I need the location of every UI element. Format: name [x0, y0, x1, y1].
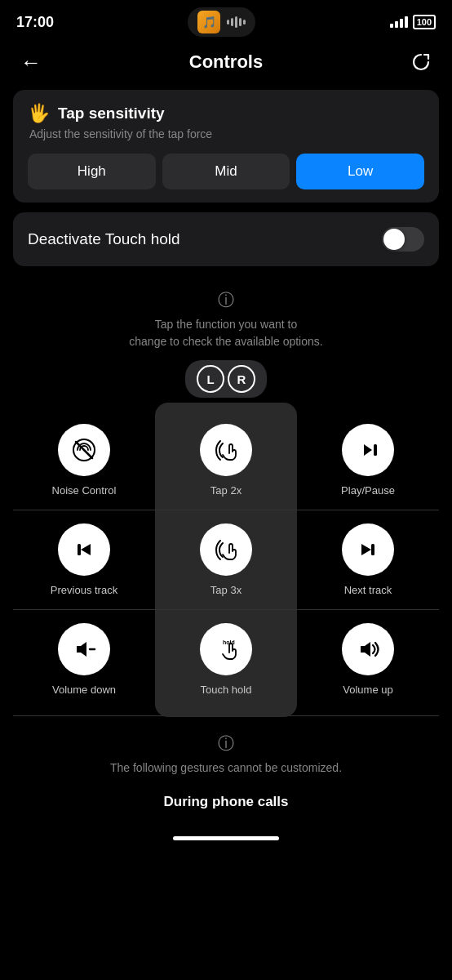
deactivate-touch-hold-toggle[interactable]	[382, 227, 424, 252]
right-ear-selector[interactable]: R	[228, 365, 255, 393]
info-icon: ⓘ	[24, 289, 428, 311]
refresh-button[interactable]	[406, 47, 436, 77]
back-button[interactable]: ←	[16, 47, 46, 77]
prev-track-icon	[58, 523, 110, 576]
header: ← Controls	[0, 39, 452, 90]
svg-marker-9	[77, 642, 86, 657]
info-section: ⓘ Tap the function you want tochange to …	[0, 276, 452, 360]
tap-sensitivity-title: Tap sensitivity	[58, 105, 165, 122]
svg-text:hold: hold	[223, 639, 235, 645]
touchhold-cell[interactable]: hold Touch hold	[155, 610, 297, 709]
deactivate-touch-hold-label: Deactivate Touch hold	[28, 230, 180, 248]
noise-control-cell[interactable]: Noise Control	[13, 411, 155, 510]
vol-up-cell[interactable]: Volume up	[297, 610, 439, 709]
battery: 100	[413, 15, 436, 29]
svg-marker-6	[81, 544, 91, 555]
noise-control-icon	[58, 424, 110, 476]
vol-up-icon	[342, 623, 394, 675]
controls-container: L R Noise Control	[0, 360, 452, 709]
svg-marker-7	[361, 544, 371, 555]
vol-down-cell[interactable]: Volume down	[13, 610, 155, 709]
bottom-info-text: The following gestures cannot be customi…	[38, 761, 414, 774]
prev-track-label: Previous track	[51, 584, 117, 596]
svg-line-1	[76, 442, 92, 458]
vol-down-label: Volume down	[52, 684, 116, 696]
sensitivity-mid-button[interactable]: Mid	[162, 154, 290, 189]
touchhold-label: Touch hold	[201, 684, 252, 696]
svg-marker-3	[364, 444, 372, 456]
next-track-icon	[342, 523, 394, 576]
vol-up-label: Volume up	[343, 684, 392, 696]
tap2x-cell[interactable]: Tap 2x	[155, 411, 297, 510]
next-track-label: Next track	[344, 584, 392, 596]
signal-bars	[390, 16, 408, 28]
deactivate-touch-hold-card: Deactivate Touch hold	[13, 212, 439, 266]
tap-icon: 🖐️	[28, 103, 50, 124]
sensitivity-high-button[interactable]: High	[28, 154, 156, 189]
svg-marker-12	[361, 642, 370, 657]
app-icon: 🎵	[197, 11, 220, 33]
vol-down-icon	[58, 623, 110, 675]
tap2x-icon	[200, 424, 252, 476]
info-text: Tap the function you want tochange to ch…	[24, 316, 428, 350]
during-calls-label: During phone calls	[0, 794, 452, 826]
home-bar	[173, 836, 279, 840]
prev-track-cell[interactable]: Previous track	[13, 510, 155, 609]
svg-rect-8	[371, 544, 374, 555]
svg-rect-5	[78, 544, 81, 555]
tap3x-icon	[200, 523, 252, 576]
sound-waves	[227, 16, 246, 28]
touchhold-icon: hold	[200, 623, 252, 675]
next-track-cell[interactable]: Next track	[297, 510, 439, 609]
left-ear-selector[interactable]: L	[197, 365, 224, 393]
bottom-info-section: ⓘ The following gestures cannot be custo…	[13, 715, 439, 782]
status-bar: 17:00 🎵 100	[0, 0, 452, 39]
gesture-grid: Noise Control Tap 2x Play/	[13, 411, 439, 709]
playpause-cell[interactable]: Play/Pause	[297, 411, 439, 510]
playpause-icon	[342, 424, 394, 476]
tap-sensitivity-subtitle: Adjust the sensitivity of the tap force	[28, 127, 424, 140]
page-title: Controls	[189, 51, 263, 73]
sensitivity-buttons: High Mid Low	[28, 154, 424, 189]
status-right: 100	[390, 15, 436, 29]
status-time: 17:00	[16, 14, 54, 31]
noise-control-label: Noise Control	[52, 484, 117, 497]
tap-sensitivity-card: 🖐️ Tap sensitivity Adjust the sensitivit…	[13, 90, 439, 203]
tap2x-label: Tap 2x	[210, 484, 242, 497]
status-center: 🎵	[188, 7, 255, 37]
playpause-label: Play/Pause	[341, 484, 395, 497]
battery-icon: 100	[413, 15, 436, 29]
back-arrow-icon: ←	[20, 50, 42, 75]
tap3x-cell[interactable]: Tap 3x	[155, 510, 297, 609]
home-indicator	[0, 826, 452, 847]
svg-rect-4	[374, 444, 377, 456]
refresh-icon	[410, 51, 432, 73]
bottom-info-icon: ⓘ	[38, 733, 414, 755]
lr-selector: L R	[13, 360, 439, 398]
toggle-knob	[383, 229, 405, 250]
tap-sensitivity-header: 🖐️ Tap sensitivity	[28, 103, 424, 124]
lr-badge: L R	[185, 360, 267, 398]
sensitivity-low-button[interactable]: Low	[296, 154, 424, 189]
tap3x-label: Tap 3x	[210, 584, 242, 596]
